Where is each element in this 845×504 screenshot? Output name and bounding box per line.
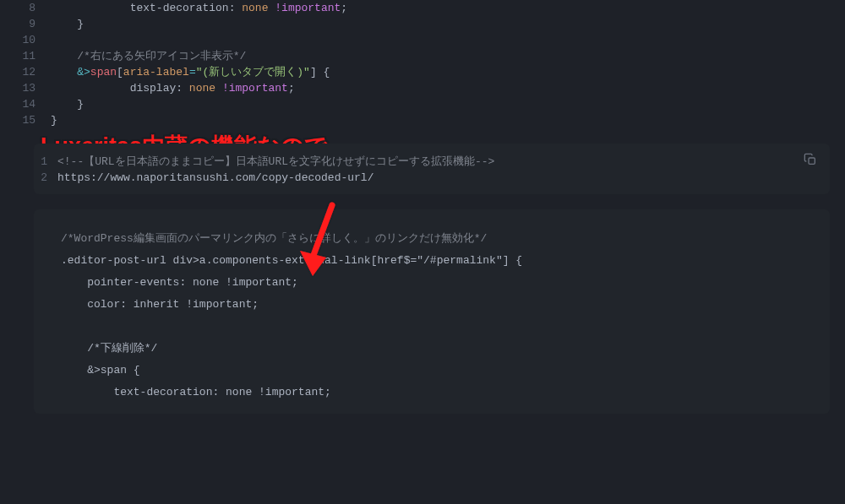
code-area[interactable]: <!--【URLを日本語のままコピー】日本語URLを文字化けせずにコピーする拡張…	[57, 154, 830, 186]
svg-rect-0	[809, 158, 815, 164]
code-area[interactable]: text-decoration: none !important; } /*右に…	[51, 0, 845, 128]
line-number: 8	[0, 0, 35, 16]
line-number: 12	[0, 64, 35, 80]
line-number: 1	[34, 154, 47, 170]
line-number: 15	[0, 112, 35, 128]
code-line: &>span[aria-label="(新しいタブで開く)"] {	[51, 64, 845, 80]
code-line: display: none !important;	[51, 80, 845, 96]
code-line: color: inherit !important;	[61, 294, 830, 316]
code-line: text-decoration: none !important;	[61, 382, 830, 404]
line-gutter: 12	[34, 154, 57, 186]
line-number: 9	[0, 16, 35, 32]
code-panel-bottom[interactable]: /*WordPress編集画面のパーマリンク内の「さらに詳しく。」のリンクだけ無…	[34, 209, 830, 414]
line-number: 13	[0, 80, 35, 96]
code-line: }	[51, 96, 845, 112]
code-line: }	[51, 112, 845, 128]
line-gutter: 89101112131415	[0, 0, 51, 128]
code-line: /*右にある矢印アイコン非表示*/	[51, 48, 845, 64]
code-panel-middle: 12 <!--【URLを日本語のままコピー】日本語URLを文字化けせずにコピーす…	[34, 144, 830, 194]
code-line: /*下線削除*/	[61, 338, 830, 360]
line-number: 11	[0, 48, 35, 64]
code-line: https://www.naporitansushi.com/copy-deco…	[57, 170, 830, 186]
copy-button[interactable]	[799, 149, 821, 171]
copy-icon	[804, 153, 817, 166]
line-number: 10	[0, 32, 35, 48]
code-line: /*WordPress編集画面のパーマリンク内の「さらに詳しく。」のリンクだけ無…	[61, 228, 830, 250]
code-line	[61, 316, 830, 338]
code-line: text-decoration: none !important;	[51, 0, 845, 16]
line-number: 14	[0, 96, 35, 112]
line-number: 2	[34, 170, 47, 186]
code-line	[51, 32, 845, 48]
code-line: pointer-events: none !important;	[61, 272, 830, 294]
code-editor-top: 89101112131415 text-decoration: none !im…	[0, 0, 845, 133]
code-line: <!--【URLを日本語のままコピー】日本語URLを文字化けせずにコピーする拡張…	[57, 154, 830, 170]
code-line: .editor-post-url div>a.components-extern…	[61, 250, 830, 272]
code-line: &>span {	[61, 360, 830, 382]
code-line: }	[51, 16, 845, 32]
